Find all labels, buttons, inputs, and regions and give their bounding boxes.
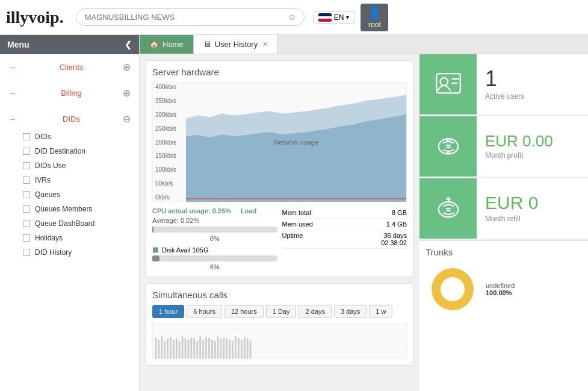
svg-rect-22 — [202, 340, 204, 358]
news-search-input[interactable] — [85, 13, 274, 22]
uptime-time: 02:38:02 — [381, 239, 407, 246]
active-users-card: 1 Active users — [419, 54, 588, 115]
main-layout: Menu ❮ → Clients ⊕ → Billing ⊕ → DIDs ⊖ — [0, 35, 588, 391]
cpu-bar-fill — [152, 227, 153, 233]
sidebar-item-did-history[interactable]: DID History — [17, 245, 139, 260]
sidebar-section-clients: → Clients ⊕ — [0, 54, 139, 80]
tab-user-history-label: User History — [215, 40, 258, 49]
mem-total-label: Mem total — [282, 209, 311, 216]
clients-arrow-icon: → — [8, 63, 16, 72]
did-history-indicator — [23, 249, 30, 256]
uptime-val: 36 days — [381, 232, 407, 239]
svg-rect-34 — [238, 338, 240, 358]
dids-sub-indicator — [23, 133, 30, 140]
sidebar-item-clients[interactable]: → Clients ⊕ — [0, 57, 139, 78]
btn-2days[interactable]: 2 days — [299, 305, 331, 318]
trunks-donut-chart — [426, 262, 480, 316]
svg-rect-6 — [155, 338, 157, 358]
queues-label: Queues — [35, 190, 60, 199]
active-users-number: 1 — [485, 68, 580, 90]
trunks-section: Trunks undefined — [419, 240, 588, 391]
server-hardware-card: Server hardware 400kb/s 350kb/s 300kb/s … — [146, 60, 413, 277]
btn-1w[interactable]: 1 w — [369, 305, 392, 318]
sidebar-item-dids-sub[interactable]: DIDs — [17, 130, 139, 144]
left-panel: Server hardware 400kb/s 350kb/s 300kb/s … — [140, 54, 419, 391]
svg-rect-21 — [199, 336, 201, 358]
language-selector[interactable]: EN ▾ — [313, 11, 355, 24]
user-card-icon — [432, 68, 465, 101]
uptime-label: Uptime — [282, 232, 303, 246]
did-destination-label: DID Destination — [35, 147, 85, 155]
month-refill-card: EUR 0 Month refill — [419, 178, 588, 239]
svg-rect-35 — [241, 340, 243, 358]
sidebar-item-billing[interactable]: → Billing ⊕ — [0, 83, 139, 104]
tab-home[interactable]: 🏠 Home — [140, 35, 194, 54]
sidebar-collapse-icon[interactable]: ❮ — [125, 40, 132, 49]
queues-indicator — [23, 191, 30, 198]
mem-total-row: Mem total 8 GB — [282, 207, 407, 219]
btn-1hour[interactable]: 1 hour — [152, 305, 184, 318]
donut-svg — [426, 262, 480, 316]
sidebar-item-did-destination[interactable]: DID Destination — [17, 144, 139, 158]
btn-1day[interactable]: 1 Day — [266, 305, 297, 318]
mem-used-label: Mem used — [282, 221, 313, 228]
sidebar-clients-plus-icon[interactable]: ⊕ — [123, 61, 131, 73]
sidebar-item-queues-members[interactable]: Queues Members — [17, 202, 139, 216]
sidebar-section-dids: → DIDs ⊖ DIDs DID Destination DIDs Use — [0, 106, 139, 262]
sim-chart — [152, 323, 407, 359]
btn-6hours[interactable]: 6 hours — [187, 305, 222, 318]
sidebar-item-queue-dashboard[interactable]: Queue DashBoard — [17, 216, 139, 231]
topbar: illyvoip. ⊙ EN ▾ 👤 root — [0, 0, 588, 35]
chevron-down-icon: ▾ — [346, 14, 349, 20]
sidebar-billing-plus-icon[interactable]: ⊕ — [123, 87, 131, 99]
sidebar-item-holidays[interactable]: Holidays — [17, 231, 139, 245]
app-logo: illyvoip. — [6, 8, 64, 27]
svg-rect-13 — [176, 338, 178, 358]
user-menu-button[interactable]: 👤 root — [361, 4, 388, 31]
sidebar-item-dids-use[interactable]: DIDs Use — [17, 158, 139, 173]
svg-rect-38 — [250, 341, 252, 358]
sim-chart-container: 0.50 0.45 0.40 — [152, 323, 407, 359]
svg-rect-29 — [223, 337, 224, 358]
sidebar-section-billing: → Billing ⊕ — [0, 80, 139, 106]
tab-close-icon[interactable]: ✕ — [262, 40, 268, 48]
flag-icon — [318, 13, 332, 22]
search-icon: ⊙ — [289, 13, 296, 22]
svg-rect-11 — [170, 337, 172, 358]
disk-bar — [152, 255, 277, 261]
payment-icon — [432, 130, 465, 163]
sidebar: Menu ❮ → Clients ⊕ → Billing ⊕ → DIDs ⊖ — [0, 35, 140, 391]
trunks-legend: undefined 100.00% — [486, 282, 515, 296]
did-history-label: DID History — [35, 248, 72, 257]
sidebar-dids-minus-icon[interactable]: ⊖ — [123, 113, 131, 125]
month-profit-icon-box — [419, 116, 477, 177]
cpu-section: CPU actual usage: 0.25% Load Average: 0.… — [152, 207, 277, 271]
btn-12hours[interactable]: 12 hours — [224, 305, 264, 318]
svg-rect-19 — [193, 338, 195, 358]
dids-use-indicator — [23, 162, 30, 169]
sidebar-clients-label: Clients — [60, 63, 84, 72]
svg-rect-18 — [190, 337, 192, 358]
time-filter-buttons: 1 hour 6 hours 12 hours 1 Day 2 days 3 d… — [152, 305, 407, 318]
trunks-legend-value: 100.00% — [486, 289, 512, 296]
sidebar-item-dids[interactable]: → DIDs ⊖ — [0, 108, 139, 130]
svg-rect-33 — [235, 336, 237, 358]
home-icon: 🏠 — [149, 40, 159, 49]
sidebar-menu-label: Menu — [7, 40, 29, 49]
mem-total-val: 8 GB — [392, 209, 407, 216]
simultaneous-calls-card: Simultaneous calls 1 hour 6 hours 12 hou… — [146, 283, 413, 366]
content-body: Server hardware 400kb/s 350kb/s 300kb/s … — [140, 54, 588, 391]
svg-rect-9 — [164, 341, 166, 358]
cpu-avg-label: Average: 0.02% — [152, 217, 277, 224]
tab-home-label: Home — [162, 40, 184, 49]
btn-3days[interactable]: 3 days — [334, 305, 367, 318]
svg-rect-16 — [185, 339, 187, 358]
disk-bar-fill — [152, 255, 159, 261]
news-search-bar[interactable]: ⊙ — [76, 8, 305, 26]
svg-rect-26 — [214, 341, 216, 358]
sidebar-item-queues[interactable]: Queues — [17, 187, 139, 202]
sidebar-item-ivrs[interactable]: IVRs — [17, 173, 139, 187]
svg-rect-12 — [173, 340, 175, 358]
tab-user-history[interactable]: 🖥 User History ✕ — [194, 35, 279, 54]
monitor-icon: 🖥 — [203, 40, 211, 49]
